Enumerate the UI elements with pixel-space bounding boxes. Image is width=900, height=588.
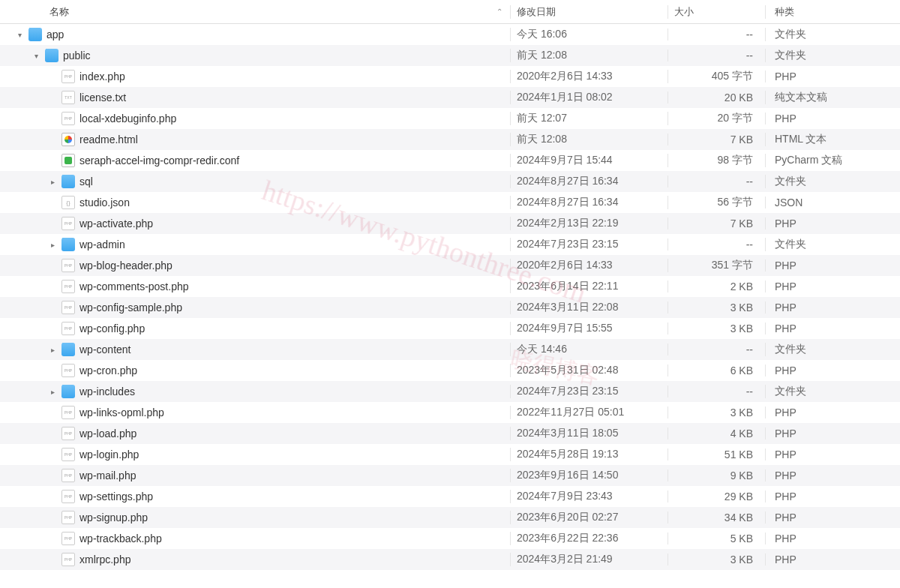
file-size: 351 字节 xyxy=(668,259,765,272)
file-row[interactable]: wp-load.php2024年3月11日 18:054 KBPHP xyxy=(0,423,900,444)
file-date: 2024年9月7日 15:55 xyxy=(510,322,668,335)
file-row[interactable]: wp-comments-post.php2023年6月14日 22:112 KB… xyxy=(0,276,900,297)
file-kind: PHP xyxy=(765,512,900,524)
file-row[interactable]: wp-mail.php2023年9月16日 14:509 KBPHP xyxy=(0,465,900,486)
file-size: 5 KB xyxy=(668,532,765,544)
file-row[interactable]: wp-settings.php2024年7月9日 23:4329 KBPHP xyxy=(0,486,900,507)
disclosure-down-icon[interactable]: ▾ xyxy=(15,31,24,39)
file-kind: PHP xyxy=(765,448,900,460)
file-kind: 文件夹 xyxy=(765,238,900,251)
file-row[interactable]: ▸wp-content今天 14:46--文件夹 xyxy=(0,339,900,360)
column-header-name[interactable]: 名称 ⌃ xyxy=(3,5,510,19)
file-icon xyxy=(62,448,75,461)
name-cell: xmlrpc.php xyxy=(0,553,510,566)
file-kind: PHP xyxy=(765,112,900,124)
file-row[interactable]: ▾public前天 12:08--文件夹 xyxy=(0,45,900,66)
file-row[interactable]: wp-config.php2024年9月7日 15:553 KBPHP xyxy=(0,318,900,339)
folder-icon xyxy=(28,28,42,41)
file-icon xyxy=(62,217,75,230)
file-row[interactable]: wp-trackback.php2023年6月22日 22:365 KBPHP xyxy=(0,528,900,549)
file-size: 3 KB xyxy=(668,554,765,566)
file-row[interactable]: ▸sql2024年8月27日 16:34--文件夹 xyxy=(0,171,900,192)
disclosure-right-icon[interactable]: ▸ xyxy=(48,346,57,354)
name-cell: wp-signup.php xyxy=(0,511,510,524)
file-size: 2 KB xyxy=(668,280,765,292)
file-row[interactable]: studio.json2024年8月27日 16:3456 字节JSON xyxy=(0,192,900,213)
disclosure-right-icon[interactable]: ▸ xyxy=(48,178,57,186)
file-row[interactable]: wp-links-opml.php2022年11月27日 05:013 KBPH… xyxy=(0,402,900,423)
file-name: readme.html xyxy=(80,134,138,146)
file-size: 29 KB xyxy=(668,490,765,502)
file-size: 7 KB xyxy=(668,218,765,230)
column-header-size[interactable]: 大小 xyxy=(668,5,765,19)
file-kind: PHP xyxy=(765,554,900,566)
file-date: 2024年7月23日 23:15 xyxy=(510,385,668,398)
file-row[interactable]: license.txt2024年1月1日 08:0220 KB纯文本文稿 xyxy=(0,87,900,108)
column-header-size-label: 大小 xyxy=(674,6,694,17)
file-row[interactable]: wp-blog-header.php2020年2月6日 14:33351 字节P… xyxy=(0,255,900,276)
file-size: 51 KB xyxy=(668,448,765,460)
file-row[interactable]: ▸wp-includes2024年7月23日 23:15--文件夹 xyxy=(0,381,900,402)
file-row[interactable]: wp-config-sample.php2024年3月11日 22:083 KB… xyxy=(0,297,900,318)
file-row[interactable]: wp-activate.php2024年2月13日 22:197 KBPHP xyxy=(0,213,900,234)
file-date: 2024年3月2日 21:49 xyxy=(510,553,668,566)
file-name: wp-login.php xyxy=(80,448,139,460)
file-name: index.php xyxy=(80,70,125,82)
file-date: 2024年5月28日 19:13 xyxy=(510,448,668,461)
file-size: 20 字节 xyxy=(668,112,765,125)
file-row[interactable]: seraph-accel-img-compr-redir.conf2024年9月… xyxy=(0,150,900,171)
file-size: -- xyxy=(668,28,765,40)
file-kind: 文件夹 xyxy=(765,175,900,188)
file-kind: 文件夹 xyxy=(765,343,900,356)
file-date: 2023年6月14日 22:11 xyxy=(510,280,668,293)
file-date: 2024年8月27日 16:34 xyxy=(510,175,668,188)
file-row[interactable]: wp-cron.php2023年5月31日 02:486 KBPHP xyxy=(0,360,900,381)
disclosure-right-icon[interactable]: ▸ xyxy=(48,241,57,249)
file-row[interactable]: readme.html前天 12:087 KBHTML 文本 xyxy=(0,129,900,150)
file-kind: JSON xyxy=(765,196,900,208)
file-name: seraph-accel-img-compr-redir.conf xyxy=(80,154,239,166)
file-date: 2024年8月27日 16:34 xyxy=(510,196,668,209)
file-icon xyxy=(62,322,75,335)
file-icon xyxy=(62,91,75,104)
file-name: wp-trackback.php xyxy=(80,532,162,544)
file-icon xyxy=(62,469,75,482)
file-name: wp-content xyxy=(80,344,130,356)
name-cell: wp-login.php xyxy=(0,448,510,461)
file-size: 9 KB xyxy=(668,470,765,482)
file-row[interactable]: wp-signup.php2023年6月20日 02:2734 KBPHP xyxy=(0,507,900,528)
disclosure-right-icon[interactable]: ▸ xyxy=(48,388,57,396)
file-kind: PHP xyxy=(765,260,900,272)
file-icon xyxy=(62,196,75,209)
column-header-kind[interactable]: 种类 xyxy=(765,5,900,19)
file-icon xyxy=(62,70,75,83)
name-cell: wp-config.php xyxy=(0,322,510,335)
file-date: 2023年6月22日 22:36 xyxy=(510,532,668,545)
file-size: 34 KB xyxy=(668,512,765,524)
file-row[interactable]: index.php2020年2月6日 14:33405 字节PHP xyxy=(0,66,900,87)
column-header-row: 名称 ⌃ 修改日期 大小 种类 xyxy=(0,0,900,24)
file-size: 7 KB xyxy=(668,134,765,146)
file-name: license.txt xyxy=(80,92,126,104)
file-name: wp-signup.php xyxy=(80,512,148,524)
file-row[interactable]: ▸wp-admin2024年7月23日 23:15--文件夹 xyxy=(0,234,900,255)
name-cell: ▸sql xyxy=(0,175,510,188)
file-name: app xyxy=(46,28,64,40)
file-name: sql xyxy=(80,176,93,188)
name-cell: studio.json xyxy=(0,196,510,209)
column-header-date[interactable]: 修改日期 xyxy=(510,5,668,19)
file-date: 2020年2月6日 14:33 xyxy=(510,70,668,83)
file-row[interactable]: local-xdebuginfo.php前天 12:0720 字节PHP xyxy=(0,108,900,129)
file-row[interactable]: xmlrpc.php2024年3月2日 21:493 KBPHP xyxy=(0,549,900,570)
file-date: 2024年2月13日 22:19 xyxy=(510,217,668,230)
file-date: 2024年3月11日 18:05 xyxy=(510,427,668,440)
file-icon xyxy=(62,511,75,524)
disclosure-down-icon[interactable]: ▾ xyxy=(32,52,40,60)
column-header-date-label: 修改日期 xyxy=(517,6,556,17)
file-row[interactable]: ▾app今天 16:06--文件夹 xyxy=(0,24,900,45)
file-size: -- xyxy=(668,50,765,62)
file-name: wp-settings.php xyxy=(80,490,153,502)
file-row[interactable]: wp-login.php2024年5月28日 19:1351 KBPHP xyxy=(0,444,900,465)
file-list: ▾app今天 16:06--文件夹▾public前天 12:08--文件夹ind… xyxy=(0,24,900,570)
file-name: wp-mail.php xyxy=(80,470,136,482)
